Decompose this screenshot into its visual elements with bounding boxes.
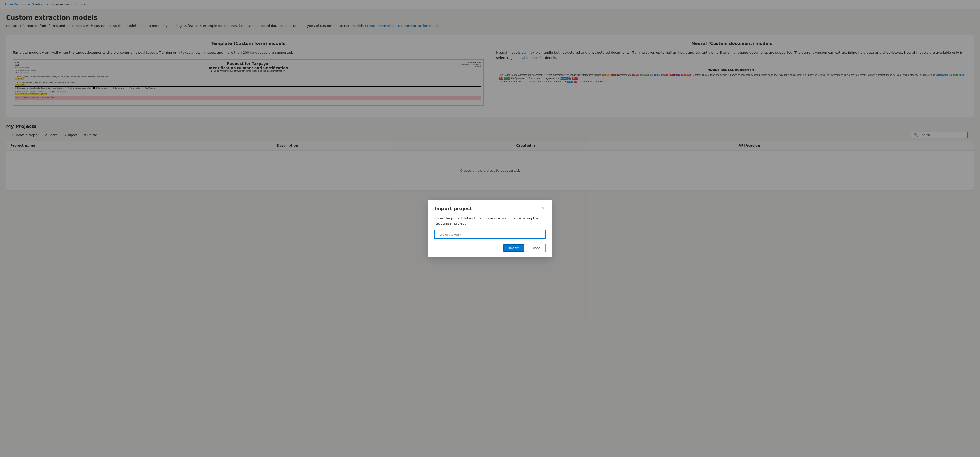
dialog-body-text: Enter the project token to continue work… xyxy=(434,216,546,226)
import-dialog: Import project × Enter the project token… xyxy=(428,200,552,257)
project-token-input[interactable] xyxy=(434,230,546,239)
dialog-close-x-button[interactable]: × xyxy=(541,205,546,212)
dialog-footer: Import Close xyxy=(428,244,552,257)
close-button[interactable]: Close xyxy=(526,244,546,252)
dialog-title: Import project xyxy=(434,206,472,211)
dialog-body: Enter the project token to continue work… xyxy=(428,212,552,244)
modal-overlay: Import project × Enter the project token… xyxy=(0,0,980,457)
import-confirm-button[interactable]: Import xyxy=(503,244,524,252)
dialog-header: Import project × xyxy=(428,200,552,212)
